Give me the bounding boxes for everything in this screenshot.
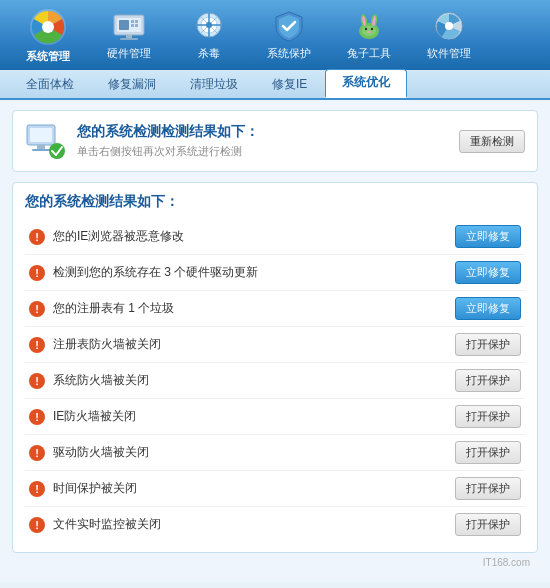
protect-btn-5[interactable]: 打开保护 bbox=[455, 405, 521, 428]
svg-rect-30 bbox=[30, 128, 52, 142]
result-row: ! IE防火墙被关闭 打开保护 bbox=[25, 399, 525, 435]
tab-full-check[interactable]: 全面体检 bbox=[10, 72, 90, 98]
nav-item-hardware-label: 硬件管理 bbox=[107, 46, 151, 61]
warn-icon-5: ! bbox=[29, 409, 45, 425]
warn-icon-4: ! bbox=[29, 373, 45, 389]
tab-repair-ie[interactable]: 修复IE bbox=[256, 72, 323, 98]
result-row: ! 系统防火墙被关闭 打开保护 bbox=[25, 363, 525, 399]
warn-icon-8: ! bbox=[29, 517, 45, 533]
result-row: ! 您的注册表有 1 个垃圾 立即修复 bbox=[25, 291, 525, 327]
fix-btn-1[interactable]: 立即修复 bbox=[455, 261, 521, 284]
banner-pc-icon bbox=[25, 121, 65, 161]
svg-rect-10 bbox=[120, 38, 138, 40]
nav-item-software-label: 软件管理 bbox=[427, 46, 471, 61]
svg-point-28 bbox=[445, 22, 453, 30]
banner-subtitle: 单击右侧按钮再次对系统进行检测 bbox=[77, 144, 459, 159]
protect-icon bbox=[272, 9, 306, 43]
fix-btn-0[interactable]: 立即修复 bbox=[455, 225, 521, 248]
top-nav: 系统管理 硬件管理 杀毒 bbox=[0, 0, 550, 70]
fix-btn-2[interactable]: 立即修复 bbox=[455, 297, 521, 320]
result-row: ! 您的IE浏览器被恶意修改 立即修复 bbox=[25, 219, 525, 255]
result-row: ! 时间保护被关闭 打开保护 bbox=[25, 471, 525, 507]
watermark: IT168.com bbox=[12, 553, 538, 572]
warn-icon-7: ! bbox=[29, 481, 45, 497]
nav-logo[interactable]: 系统管理 bbox=[8, 4, 88, 66]
protect-btn-4[interactable]: 打开保护 bbox=[455, 369, 521, 392]
result-row: ! 检测到您的系统存在 3 个硬件驱动更新 立即修复 bbox=[25, 255, 525, 291]
nav-item-rabbit-label: 兔子工具 bbox=[347, 46, 391, 61]
main-content: 您的系统检测检测结果如下： 单击右侧按钮再次对系统进行检测 重新检测 您的系统检… bbox=[0, 100, 550, 582]
nav-item-rabbit[interactable]: 兔子工具 bbox=[330, 4, 408, 66]
svg-rect-31 bbox=[37, 145, 45, 149]
rabbit-icon bbox=[352, 9, 386, 43]
logo-icon bbox=[28, 7, 68, 47]
svg-point-25 bbox=[371, 28, 373, 30]
result-text-1: 检测到您的系统存在 3 个硬件驱动更新 bbox=[53, 264, 455, 281]
warn-icon-0: ! bbox=[29, 229, 45, 245]
svg-rect-5 bbox=[131, 20, 134, 23]
result-text-3: 注册表防火墙被关闭 bbox=[53, 336, 455, 353]
software-icon bbox=[432, 9, 466, 43]
tabs-bar: 全面体检 修复漏洞 清理垃圾 修复IE 系统优化 bbox=[0, 70, 550, 100]
warn-icon-3: ! bbox=[29, 337, 45, 353]
nav-item-kill[interactable]: 杀毒 bbox=[170, 4, 248, 66]
tab-optimize[interactable]: 系统优化 bbox=[325, 69, 407, 98]
recheck-button[interactable]: 重新检测 bbox=[459, 130, 525, 153]
protect-btn-7[interactable]: 打开保护 bbox=[455, 477, 521, 500]
svg-point-24 bbox=[365, 28, 367, 30]
tab-clean-trash[interactable]: 清理垃圾 bbox=[174, 72, 254, 98]
nav-logo-label: 系统管理 bbox=[26, 49, 70, 64]
svg-rect-9 bbox=[126, 35, 132, 38]
nav-item-hardware[interactable]: 硬件管理 bbox=[90, 4, 168, 66]
nav-item-protect[interactable]: 系统保护 bbox=[250, 4, 328, 66]
svg-point-1 bbox=[42, 21, 54, 33]
warn-icon-2: ! bbox=[29, 301, 45, 317]
banner-title: 您的系统检测检测结果如下： bbox=[77, 123, 459, 141]
result-row: ! 驱动防火墙被关闭 打开保护 bbox=[25, 435, 525, 471]
result-text-2: 您的注册表有 1 个垃圾 bbox=[53, 300, 455, 317]
result-text-8: 文件实时监控被关闭 bbox=[53, 516, 455, 533]
svg-rect-7 bbox=[131, 24, 134, 27]
hardware-icon bbox=[112, 9, 146, 43]
nav-item-protect-label: 系统保护 bbox=[267, 46, 311, 61]
result-text-4: 系统防火墙被关闭 bbox=[53, 372, 455, 389]
svg-point-26 bbox=[367, 31, 371, 33]
result-text-6: 驱动防火墙被关闭 bbox=[53, 444, 455, 461]
nav-item-software[interactable]: 软件管理 bbox=[410, 4, 488, 66]
svg-rect-4 bbox=[119, 20, 129, 30]
warn-icon-1: ! bbox=[29, 265, 45, 281]
nav-item-kill-label: 杀毒 bbox=[198, 46, 220, 61]
results-section: 您的系统检测结果如下： ! 您的IE浏览器被恶意修改 立即修复 ! 检测到您的系… bbox=[12, 182, 538, 553]
kill-icon bbox=[192, 9, 226, 43]
result-text-0: 您的IE浏览器被恶意修改 bbox=[53, 228, 455, 245]
svg-rect-6 bbox=[135, 20, 138, 23]
svg-rect-8 bbox=[135, 24, 138, 27]
result-text-5: IE防火墙被关闭 bbox=[53, 408, 455, 425]
banner-text: 您的系统检测检测结果如下： 单击右侧按钮再次对系统进行检测 bbox=[77, 123, 459, 159]
result-row: ! 注册表防火墙被关闭 打开保护 bbox=[25, 327, 525, 363]
result-row: ! 文件实时监控被关闭 打开保护 bbox=[25, 507, 525, 542]
svg-rect-32 bbox=[32, 149, 50, 151]
tab-repair-miss[interactable]: 修复漏洞 bbox=[92, 72, 172, 98]
result-text-7: 时间保护被关闭 bbox=[53, 480, 455, 497]
results-title: 您的系统检测结果如下： bbox=[25, 193, 525, 211]
protect-btn-3[interactable]: 打开保护 bbox=[455, 333, 521, 356]
protect-btn-6[interactable]: 打开保护 bbox=[455, 441, 521, 464]
protect-btn-8[interactable]: 打开保护 bbox=[455, 513, 521, 536]
warn-icon-6: ! bbox=[29, 445, 45, 461]
result-banner: 您的系统检测检测结果如下： 单击右侧按钮再次对系统进行检测 重新检测 bbox=[12, 110, 538, 172]
